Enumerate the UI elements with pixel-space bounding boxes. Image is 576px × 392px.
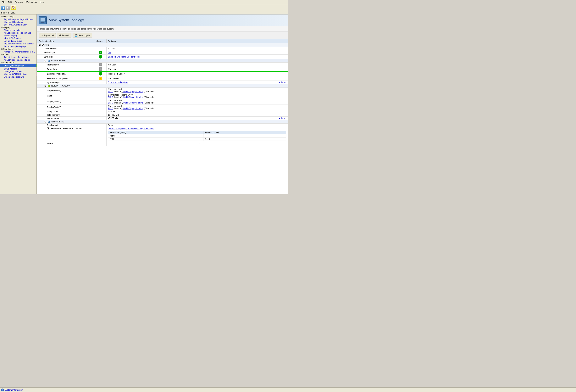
hdmi-row: HDMI Connected: Tessera SX40 EDID (Monit… <box>37 93 288 99</box>
resolution-inner-table: Horizontal (2720) Vertical (1461) Active <box>108 131 286 141</box>
displayport-4-edid-link[interactable]: EDID <box>108 90 113 93</box>
menu-file[interactable]: File <box>1 1 6 3</box>
stereo-3d-label: 3D Stereo <box>37 55 95 59</box>
tessera-expand-icon[interactable]: ⊟ <box>44 121 46 123</box>
display-state-row: Display state Server <box>37 123 288 127</box>
system-row: ⊟ System <box>37 43 288 47</box>
svg-rect-5 <box>100 64 101 65</box>
nvidia-icon: N <box>48 85 50 87</box>
sidebar-item-adjust-image[interactable]: Adjust image settings with preview <box>0 18 36 21</box>
vertical-sync-link[interactable]: On <box>108 51 111 54</box>
sidebar-item-gpu-perf[interactable]: Manage GPU Performance Counters <box>0 50 36 53</box>
stereo-3d-row: 3D Stereo ✓ Enabled: On-board DIN connec… <box>37 55 288 59</box>
page-description-text: This page shows the displays and graphic… <box>40 28 114 30</box>
sidebar-item-video-color[interactable]: Adjust video color settings <box>0 56 36 59</box>
sidebar-item-desktop-color[interactable]: Adjust desktop color settings <box>0 31 36 34</box>
quadro-sync-expand-icon[interactable]: ⊟ <box>44 60 46 62</box>
sidebar-group-video: ⊟ Video Adjust video color settings Adju… <box>0 53 36 61</box>
menu-help[interactable]: Help <box>39 1 45 3</box>
sidebar-item-physx[interactable]: Set PhysX Configuration <box>0 23 36 26</box>
resolution-label-text: Resolution, refresh rate, color de... <box>51 127 83 130</box>
sidebar-item-hdcp[interactable]: View HDCP status <box>0 37 36 40</box>
active-v-value: 1440 <box>203 138 286 141</box>
displayport-4-value: Not connected EDID (Monitor), Multi-Disp… <box>106 88 288 93</box>
hdmi-mdc-link[interactable]: Multi-Display Cloning <box>123 96 143 98</box>
displayport-1-mdc-link[interactable]: Multi-Display Cloning <box>123 107 143 110</box>
main-layout: ⊟ 3D Settings Adjust image settings with… <box>0 14 288 194</box>
back-button[interactable]: ◄ <box>1 6 5 10</box>
tessera-cell: ⊟ T Tessera SX40 <box>37 120 288 123</box>
displayport-2-edid-link[interactable]: EDID <box>108 102 113 104</box>
hdmi-monitor-label: (Monitor), <box>114 96 123 98</box>
more-link-2[interactable]: ✓ More <box>279 117 286 119</box>
expand-all-button[interactable]: ⇕ Expand all <box>39 33 56 37</box>
resolution-expand-icon[interactable]: ⊟ <box>47 127 49 130</box>
display-state-status <box>95 123 106 127</box>
hdmi-edid-link[interactable]: EDID <box>108 96 113 98</box>
refresh-button[interactable]: ↺ Refresh <box>57 33 71 37</box>
nvidia-rtx-header-row: ⊟ N NVIDIA RTX A6000 <box>37 84 288 88</box>
memory-free-status <box>95 117 106 120</box>
sidebar-item-gpu-util[interactable]: Manage GPU Utilization <box>0 73 36 76</box>
border-status <box>95 141 106 146</box>
sidebar-item-multiple-displays[interactable]: Set up multiple displays <box>0 45 36 48</box>
framelock-1-row: Framelock 1 Not used <box>37 67 288 72</box>
home-button[interactable]: 🏠 <box>11 5 16 10</box>
expand-display-icon: ⊟ <box>1 27 3 28</box>
sidebar-item-view-topology[interactable]: View system topology <box>0 64 36 67</box>
displayport-4-mdc-link[interactable]: Multi-Display Cloning <box>123 90 143 93</box>
menu-workstation[interactable]: Workstation <box>25 1 38 3</box>
framelock-0-value: Not used <box>106 62 288 67</box>
col-header-settings: Settings <box>106 39 288 43</box>
quadro-icon: Q <box>48 60 50 62</box>
nvidia-rtx-expand-icon[interactable]: ⊟ <box>44 85 46 87</box>
nvidia-rtx-cell: ⊟ N NVIDIA RTX A6000 <box>37 84 288 88</box>
hdmi-value: Connected: Tessera SX40 EDID (Monitor), … <box>106 93 288 99</box>
sidebar-item-desktop-size[interactable]: Adjust desktop size and position <box>0 42 36 45</box>
quadro-sync-cell: ⊟ Q Quadro Sync II <box>37 59 288 62</box>
table-header-row: System topology Status Settings <box>37 39 288 43</box>
system-label: System <box>42 44 49 46</box>
sidebar-item-setup-mosaic[interactable]: Setup Mosaic <box>0 67 36 70</box>
sync-settings-row: Sync settings Synchronize Displays ✓ Mor… <box>37 81 288 84</box>
stereo-3d-value: Enabled: On-board DIN connector <box>106 55 288 59</box>
save-logfile-button[interactable]: 💾 Save Logfile <box>73 33 92 37</box>
framelock-pulse-warning-icon: ⚠ <box>99 77 102 80</box>
sidebar-group-developer-label: Developer <box>3 48 13 50</box>
vertical-sync-label: Vertical sync <box>37 50 95 55</box>
sidebar-group-3d-label: 3D Settings <box>3 15 14 18</box>
hdmi-label: HDMI <box>37 93 95 99</box>
sidebar-item-digital-audio[interactable]: Set up digital audio <box>0 40 36 42</box>
menu-edit[interactable]: Edit <box>7 1 13 3</box>
sidebar-item-change-resolution[interactable]: Change resolution <box>0 29 36 31</box>
framelock-1-status-icon <box>99 67 102 71</box>
system-expand-icon[interactable]: ⊟ <box>38 44 41 46</box>
forward-button[interactable]: ► <box>6 6 10 10</box>
sidebar-item-manage-3d[interactable]: Manage 3D settings <box>0 21 36 23</box>
displayport-1-row: DisplayPort (1) Not connected EDID (Moni… <box>37 104 288 110</box>
sidebar: ⊟ 3D Settings Adjust image settings with… <box>0 14 37 194</box>
task-label-bar: Select a Task... <box>0 11 288 14</box>
displayport-1-monitor-label: (Monitor), <box>114 107 123 110</box>
sidebar-item-video-image[interactable]: Adjust video image settings <box>0 59 36 61</box>
refresh-icon: ↺ <box>59 34 61 37</box>
displayport-1-edid-link[interactable]: EDID <box>108 107 113 110</box>
sidebar-group-workstation: ⊟ Workstation View system topology Setup… <box>0 61 36 78</box>
displayport-2-mdc-link[interactable]: Multi-Display Cloning <box>123 102 143 104</box>
sync-settings-link[interactable]: Synchronize Displays <box>108 81 128 83</box>
displayport-2-value2: EDID (Monitor), Multi-Display Cloning (D… <box>108 102 286 104</box>
sidebar-item-sync-displays[interactable]: Synchronize displays <box>0 76 36 78</box>
displayport-2-disabled-label: (Disabled) <box>144 102 153 104</box>
memory-free-row: Memory free 47977 MB ✓ More <box>37 117 288 120</box>
resolution-row: ⊟ Resolution, refresh rate, color de... … <box>37 127 288 130</box>
sidebar-item-ecc-state[interactable]: Change ECC state <box>0 70 36 73</box>
sidebar-item-rotate-display[interactable]: Rotate display <box>0 34 36 37</box>
border-label: Border <box>47 142 54 145</box>
hdmi-value2: EDID (Monitor), Multi-Display Cloning (D… <box>108 96 286 98</box>
page-title: View System Topology <box>49 18 84 22</box>
stereo-3d-link[interactable]: Enabled: On-board DIN connector <box>108 56 140 58</box>
resolution-label: ⊟ Resolution, refresh rate, color de... <box>37 127 95 130</box>
more-link-1[interactable]: ✓ More <box>279 81 286 83</box>
menu-desktop[interactable]: Desktop <box>14 1 23 3</box>
resolution-link[interactable]: 2560 × 1440 pixels, 29.999 Hz SDR (24-bi… <box>108 127 154 130</box>
